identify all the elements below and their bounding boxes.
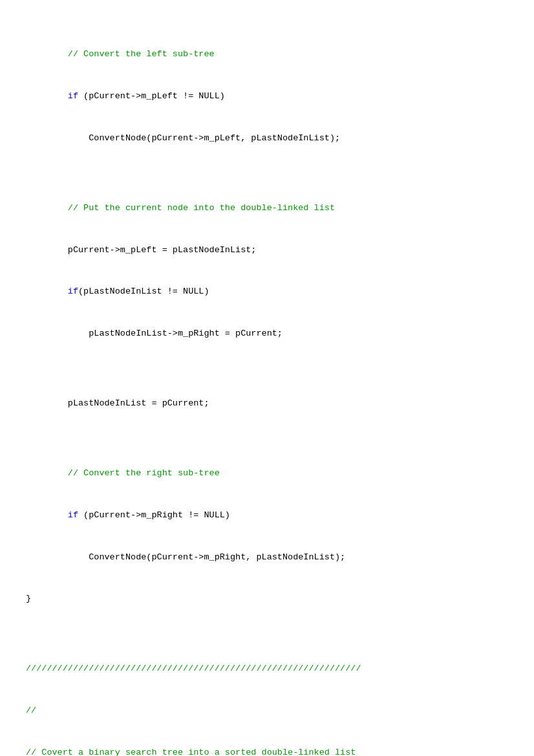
code-line: ConvertNode(pCurrent->m_pRight, pLastNod… — [26, 550, 508, 565]
code-line: } — [26, 592, 508, 606]
normal-text: pCurrent->m_pLeft = pLastNodeInList; — [26, 245, 256, 255]
keyword: if — [68, 91, 78, 101]
normal-text: (pCurrent->m_pRight != NULL) — [78, 510, 230, 520]
code-line: pLastNodeInList = pCurrent; — [26, 396, 508, 411]
comment-text: // Convert the left sub-tree — [26, 49, 215, 59]
comment-text: // — [26, 706, 36, 715]
comment-text: // Covert a binary search tree into a so… — [26, 748, 356, 756]
normal-text: pLastNodeInList->m_pRight = pCurrent; — [26, 329, 283, 338]
normal-text: ConvertNode(pCurrent->m_pLeft, pLastNode… — [26, 133, 340, 143]
comment-text: ////////////////////////////////////////… — [26, 664, 361, 673]
normal-text: ConvertNode(pCurrent->m_pRight, pLastNod… — [26, 552, 345, 562]
code-line: pLastNodeInList->m_pRight = pCurrent; — [26, 327, 508, 341]
code-line: // Put the current node into the double-… — [26, 201, 508, 215]
normal-text: pLastNodeInList = pCurrent; — [26, 398, 209, 408]
normal-text: (pCurrent->m_pLeft != NULL) — [78, 91, 225, 101]
code-line: // Covert a binary search tree into a so… — [26, 746, 508, 756]
code-line: ConvertNode(pCurrent->m_pLeft, pLastNode… — [26, 131, 508, 146]
keyword: if — [68, 286, 78, 296]
keyword: if — [68, 510, 78, 520]
code-line: // Convert the left sub-tree — [26, 47, 508, 61]
code-line: // Convert the right sub-tree — [26, 466, 508, 481]
code-line: ////////////////////////////////////////… — [26, 662, 508, 676]
page-container: // Convert the left sub-tree if (pCurren… — [0, 0, 534, 756]
code-line: if (pCurrent->m_pLeft != NULL) — [26, 89, 508, 103]
code-line: // — [26, 704, 508, 718]
normal-text: } — [26, 594, 31, 603]
code-line: pCurrent->m_pLeft = pLastNodeInList; — [26, 243, 508, 257]
comment-text: // Convert the right sub-tree — [26, 468, 220, 478]
code-line: if (pCurrent->m_pRight != NULL) — [26, 508, 508, 523]
code-block: // Convert the left sub-tree if (pCurren… — [26, 13, 508, 756]
code-line: if(pLastNodeInList != NULL) — [26, 285, 508, 299]
comment-text: // Put the current node into the double-… — [26, 203, 335, 213]
normal-text: (pLastNodeInList != NULL) — [78, 286, 209, 296]
